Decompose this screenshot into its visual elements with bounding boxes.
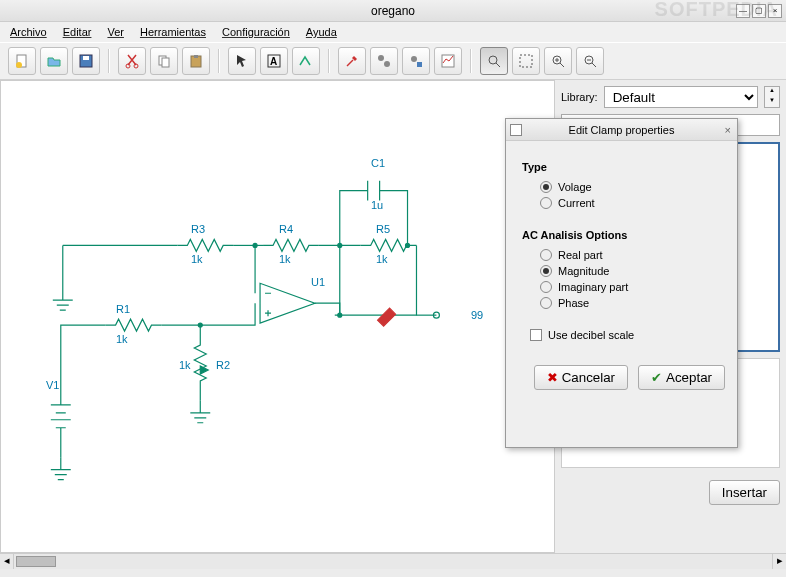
svg-text:A: A [270,56,277,67]
svg-point-13 [384,61,390,67]
svg-point-26 [338,313,342,317]
radio-current[interactable]: Current [522,195,721,211]
label-u1: U1 [311,276,325,288]
svg-point-1 [16,62,22,68]
probe-tool-button[interactable] [338,47,366,75]
label-r4: R4 [279,223,293,235]
radio-imaginary[interactable]: Imaginary part [522,279,721,295]
wire-tool-button[interactable] [292,47,320,75]
radio-icon [540,181,552,193]
label-node-99: 99 [471,309,483,321]
label-r4-val: 1k [279,253,291,265]
zoom-fit-button[interactable] [512,47,540,75]
dialog-titlebar[interactable]: Edit Clamp properties × [506,119,737,141]
svg-rect-15 [417,62,422,67]
radio-phase[interactable]: Phase [522,295,721,311]
radio-icon [540,197,552,209]
ac-heading: AC Analisis Options [522,229,721,241]
cut-button[interactable] [118,47,146,75]
library-spinner[interactable]: ▲▼ [764,86,780,108]
radio-icon [540,265,552,277]
dialog-title-text: Edit Clamp properties [569,124,675,136]
close-window-button[interactable]: × [768,4,782,18]
label-r3-val: 1k [191,253,203,265]
svg-point-23 [253,243,257,247]
label-r2: R2 [216,359,230,371]
dialog-icon [510,124,522,136]
open-button[interactable] [40,47,68,75]
svg-rect-9 [194,55,198,58]
copy-button[interactable] [150,47,178,75]
svg-point-17 [489,56,497,64]
toolbar: A [0,42,786,80]
paste-button[interactable] [182,47,210,75]
window-title: oregano [371,4,415,18]
horizontal-scrollbar[interactable]: ◂ ▸ [0,553,786,569]
titlebar: oregano — ▢ × SOFTPEDIA [0,0,786,22]
svg-point-25 [406,243,410,247]
zoom-in-button[interactable] [544,47,572,75]
menu-file[interactable]: Archivo [10,26,47,38]
menubar: Archivo Editar Ver Herramientas Configur… [0,22,786,42]
radio-icon [540,249,552,261]
label-c1-val: 1u [371,199,383,211]
zoom-region-button[interactable] [480,47,508,75]
radio-voltage[interactable]: Volage [522,179,721,195]
accept-icon [651,370,662,385]
library-select[interactable]: Default [604,86,758,108]
svg-point-14 [411,56,417,62]
dialog-close-button[interactable]: × [725,124,731,136]
new-button[interactable] [8,47,36,75]
insert-button[interactable]: Insertar [709,480,780,505]
svg-point-24 [338,243,342,247]
schematic-canvas[interactable]: V1 R1 1k 1k R2 R3 1k R4 1k R5 1k C1 1u U… [0,80,555,553]
radio-real[interactable]: Real part [522,247,721,263]
label-r1-val: 1k [116,333,128,345]
maximize-button[interactable]: ▢ [752,4,766,18]
accept-button[interactable]: Aceptar [638,365,725,390]
checkbox-icon [530,329,542,341]
label-r3: R3 [191,223,205,235]
text-tool-button[interactable]: A [260,47,288,75]
menu-view[interactable]: Ver [107,26,124,38]
menu-help[interactable]: Ayuda [306,26,337,38]
sim-settings-button[interactable] [370,47,398,75]
radio-icon [540,297,552,309]
cancel-icon [547,370,558,385]
radio-icon [540,281,552,293]
cancel-button[interactable]: Cancelar [534,365,628,390]
menu-config[interactable]: Configuración [222,26,290,38]
label-r5-val: 1k [376,253,388,265]
zoom-out-button[interactable] [576,47,604,75]
svg-point-22 [198,323,202,327]
menu-tools[interactable]: Herramientas [140,26,206,38]
schematic-svg [1,81,554,534]
pointer-tool-button[interactable] [228,47,256,75]
label-r5: R5 [376,223,390,235]
svg-rect-18 [520,55,532,67]
svg-point-12 [378,55,384,61]
svg-rect-3 [83,56,89,60]
label-v1: V1 [46,379,59,391]
label-c1: C1 [371,157,385,169]
svg-rect-7 [162,58,169,67]
sim-plot-button[interactable] [434,47,462,75]
decibel-checkbox-row[interactable]: Use decibel scale [522,327,721,343]
clamp-properties-dialog: Edit Clamp properties × Type Volage Curr… [505,118,738,448]
menu-edit[interactable]: Editar [63,26,92,38]
label-r1: R1 [116,303,130,315]
library-label: Library: [561,91,598,103]
save-button[interactable] [72,47,100,75]
sim-run-button[interactable] [402,47,430,75]
minimize-button[interactable]: — [736,4,750,18]
type-heading: Type [522,161,721,173]
label-r2-val: 1k [179,359,191,371]
radio-magnitude[interactable]: Magnitude [522,263,721,279]
